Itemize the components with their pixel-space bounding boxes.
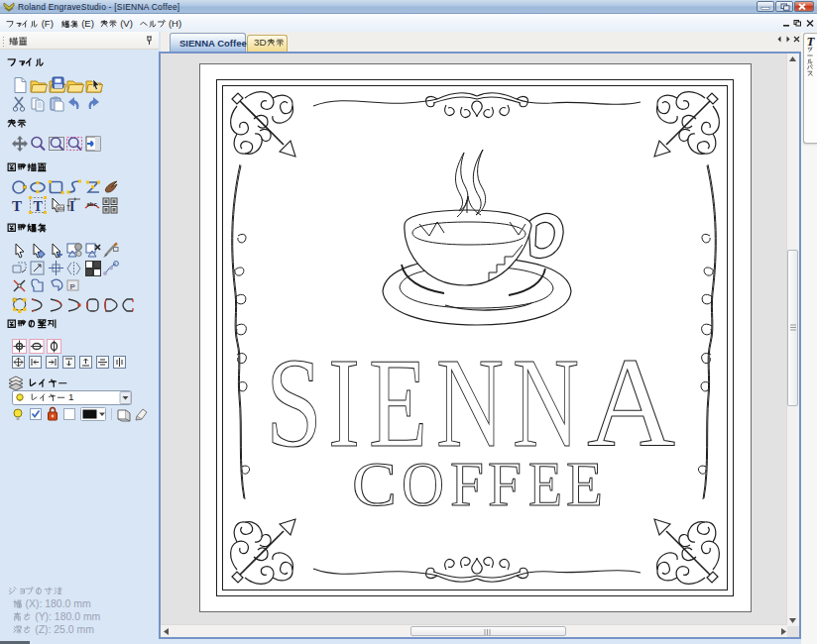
svg-text:(Z): 25.0 mm: (Z): 25.0 mm xyxy=(32,624,94,635)
svg-text:E: E xyxy=(528,449,562,519)
svg-text:P: P xyxy=(70,282,76,291)
svg-text:O: O xyxy=(402,449,444,519)
svg-text:(E): (E) xyxy=(79,18,94,29)
svg-text:E: E xyxy=(566,449,603,519)
svg-text:abc: abc xyxy=(87,201,98,207)
svg-text:(F): (F) xyxy=(39,18,54,29)
svg-text:T: T xyxy=(12,198,22,214)
svg-text:abc: abc xyxy=(58,206,65,211)
svg-text:(H): (H) xyxy=(166,18,181,29)
svg-text:(X): 180.0 mm: (X): 180.0 mm xyxy=(23,598,91,609)
svg-text:(Y): 180.0 mm: (Y): 180.0 mm xyxy=(32,611,100,622)
svg-text:I: I xyxy=(69,199,74,214)
svg-text:(V): (V) xyxy=(118,18,133,29)
svg-text:3D: 3D xyxy=(254,37,267,48)
svg-text:F: F xyxy=(488,449,522,519)
svg-text:S: S xyxy=(266,331,322,474)
svg-text:C: C xyxy=(352,449,397,519)
svg-text:T: T xyxy=(34,199,44,214)
svg-text:1: 1 xyxy=(65,391,73,402)
svg-text:F: F xyxy=(450,449,484,519)
